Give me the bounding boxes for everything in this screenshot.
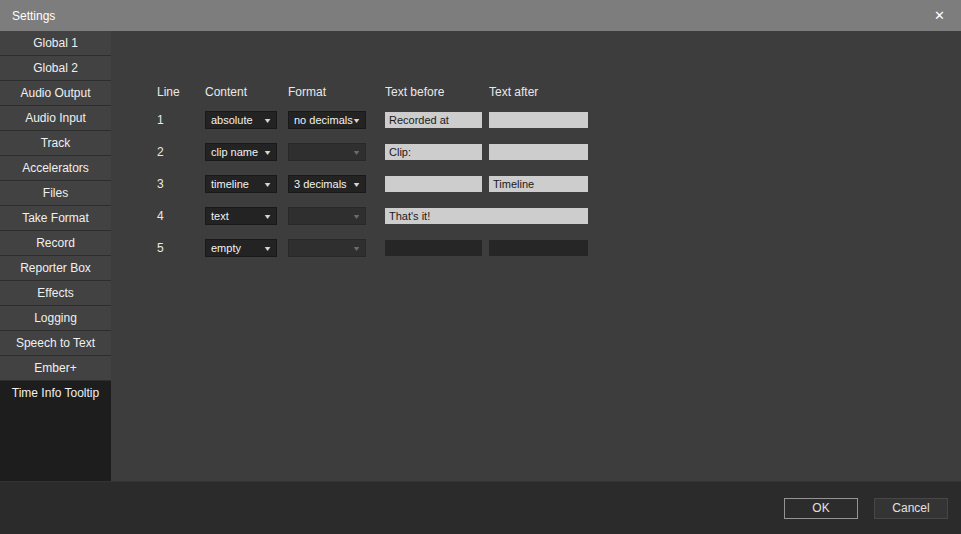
format-dropdown: ▼ [288,207,366,225]
chevron-down-icon: ▼ [352,181,361,188]
sidebar-item-accelerators[interactable]: Accelerators [0,156,111,181]
table-row: 5 empty ▼ ▼ [157,232,961,264]
line-number: 4 [157,209,205,223]
chevron-down-icon: ▼ [263,117,272,124]
text-before-input[interactable] [385,176,482,192]
line-number: 5 [157,241,205,255]
content-dropdown[interactable]: text ▼ [205,207,277,225]
chevron-down-icon: ▼ [352,213,361,220]
content-panel: Line Content Format Text before Text aft… [111,31,961,481]
chevron-down-icon: ▼ [263,181,272,188]
column-header-line: Line [157,85,205,99]
dropdown-value: absolute [211,114,253,126]
dropdown-value: timeline [211,178,249,190]
format-dropdown: ▼ [288,143,366,161]
sidebar-item-effects[interactable]: Effects [0,281,111,306]
table-header-row: Line Content Format Text before Text aft… [157,84,961,100]
content-dropdown[interactable]: clip name ▼ [205,143,277,161]
sidebar-item-logging[interactable]: Logging [0,306,111,331]
window-title: Settings [12,9,55,23]
column-header-format: Format [288,85,385,99]
sidebar: Global 1 Global 2 Audio Output Audio Inp… [0,31,111,481]
content-dropdown[interactable]: absolute ▼ [205,111,277,129]
tooltip-lines-table: Line Content Format Text before Text aft… [111,31,961,264]
text-after-input[interactable] [489,176,588,192]
column-header-content: Content [205,85,288,99]
close-icon[interactable]: ✕ [930,7,949,24]
text-after-input[interactable] [489,112,588,128]
dropdown-value: no decimals [294,114,353,126]
chevron-down-icon: ▼ [263,149,272,156]
text-before-input [385,240,482,256]
chevron-down-icon: ▼ [263,245,272,252]
chevron-down-icon: ▼ [352,149,361,156]
sidebar-item-audio-output[interactable]: Audio Output [0,81,111,106]
content-dropdown[interactable]: timeline ▼ [205,175,277,193]
sidebar-item-speech-to-text[interactable]: Speech to Text [0,331,111,356]
table-row: 3 timeline ▼ 3 decimals ▼ [157,168,961,200]
text-after-input[interactable] [489,144,588,160]
text-before-input[interactable] [385,112,482,128]
line-number: 2 [157,145,205,159]
titlebar[interactable]: Settings ✕ [0,0,961,31]
sidebar-item-record[interactable]: Record [0,231,111,256]
format-dropdown: ▼ [288,239,366,257]
footer-bar: OK Cancel [0,481,961,534]
column-header-text-before: Text before [385,85,489,99]
format-dropdown[interactable]: no decimals ▼ [288,111,366,129]
sidebar-item-reporter-box[interactable]: Reporter Box [0,256,111,281]
sidebar-item-global-2[interactable]: Global 2 [0,56,111,81]
table-row: 4 text ▼ ▼ [157,200,961,232]
chevron-down-icon: ▼ [352,117,361,124]
text-after-input [489,240,588,256]
cancel-button[interactable]: Cancel [874,498,948,519]
content-dropdown[interactable]: empty ▼ [205,239,277,257]
dropdown-value: clip name [211,146,258,158]
sidebar-item-time-info-tooltip[interactable]: Time Info Tooltip [0,381,111,406]
sidebar-item-files[interactable]: Files [0,181,111,206]
text-before-input[interactable] [385,144,482,160]
sidebar-item-audio-input[interactable]: Audio Input [0,106,111,131]
table-row: 1 absolute ▼ no decimals ▼ [157,104,961,136]
sidebar-item-track[interactable]: Track [0,131,111,156]
chevron-down-icon: ▼ [263,213,272,220]
sidebar-item-ember-plus[interactable]: Ember+ [0,356,111,381]
sidebar-item-take-format[interactable]: Take Format [0,206,111,231]
combined-text-input[interactable] [385,208,588,224]
ok-button[interactable]: OK [784,498,858,519]
line-number: 1 [157,113,205,127]
dropdown-value: empty [211,242,241,254]
chevron-down-icon: ▼ [352,245,361,252]
line-number: 3 [157,177,205,191]
column-header-text-after: Text after [489,85,589,99]
format-dropdown[interactable]: 3 decimals ▼ [288,175,366,193]
sidebar-item-global-1[interactable]: Global 1 [0,31,111,56]
table-row: 2 clip name ▼ ▼ [157,136,961,168]
dropdown-value: 3 decimals [294,178,347,190]
dropdown-value: text [211,210,229,222]
